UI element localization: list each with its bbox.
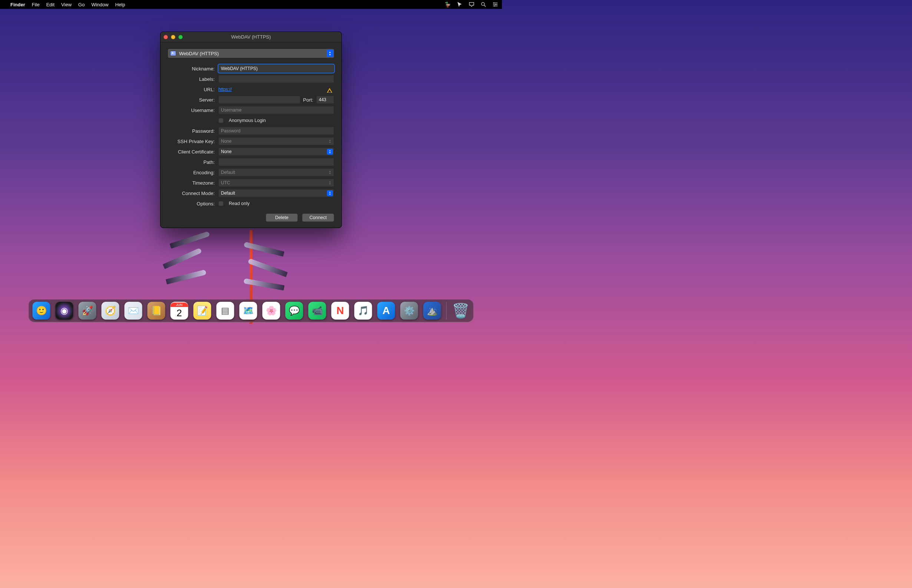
dock-settings-icon[interactable]: ⚙️ (400, 302, 418, 320)
menubar-item-go[interactable]: Go (78, 2, 84, 7)
menubar-app-name[interactable]: Finder (10, 2, 25, 7)
menubar-item-help[interactable]: Help (115, 2, 125, 7)
window-title: WebDAV (HTTPS) (161, 34, 341, 40)
dock-appstore-icon[interactable]: A (378, 302, 395, 320)
chevron-updown-icon: ▲▼ (327, 149, 333, 155)
menubar-item-view[interactable]: View (61, 2, 71, 7)
timezone-select: UTC ▲▼ (218, 179, 334, 187)
dock-finder-icon[interactable]: 🙂 (32, 302, 50, 320)
svg-point-7 (494, 6, 495, 6)
nickname-input[interactable] (218, 65, 334, 73)
dock-siri-icon[interactable]: ◉ (56, 302, 73, 320)
labels-label: Labels: (168, 76, 218, 82)
password-input[interactable] (218, 127, 334, 135)
dock-reminders-icon[interactable]: ▤ (216, 302, 234, 320)
menubar-item-window[interactable]: Window (91, 2, 108, 7)
readonly-checkbox[interactable] (218, 201, 224, 206)
connection-type-value: WebDAV (HTTPS) (179, 51, 219, 57)
url-link[interactable]: https:// (218, 87, 232, 92)
window-close-button[interactable] (163, 35, 168, 39)
dock: 🙂◉🚀🧭✉️📒JUN2📝▤🗺️🌸💬📹N🎵A⚙️⛰️🗑️ (29, 299, 474, 322)
path-label: Path: (168, 160, 218, 165)
chevron-updown-icon: ▲▼ (327, 138, 333, 144)
anonymous-checkbox-label: Anonymous Login (229, 118, 266, 123)
dock-facetime-icon[interactable]: 📹 (308, 302, 326, 320)
port-input[interactable] (316, 96, 334, 104)
webdav-icon (170, 51, 176, 56)
dock-messages-icon[interactable]: 💬 (286, 302, 303, 320)
warning-icon (327, 87, 333, 94)
svg-line-1 (484, 5, 486, 6)
url-label: URL: (168, 87, 218, 92)
connection-type-select[interactable]: WebDAV (HTTPS) ▲▼ (168, 49, 334, 58)
chevron-updown-icon: ▲▼ (327, 50, 333, 57)
server-input[interactable] (218, 96, 300, 104)
status-airplay-icon[interactable] (469, 2, 475, 7)
encoding-label: Encoding: (168, 170, 218, 175)
ssh-key-label: SSH Private Key: (168, 139, 218, 144)
control-center-icon[interactable] (492, 2, 498, 7)
nickname-label: Nickname: (168, 66, 218, 71)
server-label: Server: (168, 97, 218, 103)
readonly-checkbox-label: Read only (229, 201, 250, 206)
ssh-key-select: None ▲▼ (218, 137, 334, 145)
window-minimize-button[interactable] (171, 35, 175, 39)
dock-maps-icon[interactable]: 🗺️ (239, 302, 257, 320)
dock-launchpad-icon[interactable]: 🚀 (79, 302, 96, 320)
chevron-updown-icon: ▲▼ (327, 170, 333, 175)
username-label: Username: (168, 108, 218, 113)
path-input[interactable] (218, 158, 334, 166)
chevron-updown-icon: ▲▼ (327, 180, 333, 186)
svg-rect-9 (329, 92, 329, 92)
port-label: Port: (303, 97, 313, 103)
client-cert-select[interactable]: None ▲▼ (218, 147, 334, 156)
menubar-item-file[interactable]: File (32, 2, 40, 7)
status-duck-icon[interactable]: 🦆 (444, 2, 451, 7)
dock-contacts-icon[interactable]: 📒 (148, 302, 165, 320)
dock-news-icon[interactable]: N (331, 302, 349, 320)
connect-mode-label: Connect Mode: (168, 191, 218, 196)
svg-point-6 (495, 4, 496, 5)
dock-notes-icon[interactable]: 📝 (194, 302, 211, 320)
connection-window: WebDAV (HTTPS) WebDAV (HTTPS) ▲▼ Nicknam… (160, 32, 342, 228)
window-titlebar[interactable]: WebDAV (HTTPS) (161, 32, 341, 42)
status-pointer-icon[interactable] (457, 2, 463, 7)
labels-input[interactable] (218, 75, 334, 83)
dock-safari-icon[interactable]: 🧭 (102, 302, 119, 320)
client-cert-label: Client Certificate: (168, 149, 218, 155)
password-label: Password: (168, 128, 218, 134)
spotlight-search-icon[interactable] (481, 2, 486, 7)
timezone-label: Timezone: (168, 180, 218, 186)
dock-calendar-icon[interactable]: JUN2 (171, 302, 188, 320)
dock-mail-icon[interactable]: ✉️ (124, 302, 142, 320)
menubar-item-edit[interactable]: Edit (46, 2, 55, 7)
svg-point-0 (482, 3, 484, 6)
menubar: Finder File Edit View Go Window Help 🦆 (0, 0, 502, 9)
dock-music-icon[interactable]: 🎵 (354, 302, 372, 320)
username-input[interactable] (218, 106, 334, 114)
window-zoom-button[interactable] (178, 35, 183, 39)
encoding-select: Default ▲▼ (218, 168, 334, 176)
options-label: Options: (168, 201, 218, 207)
delete-button[interactable]: Delete (266, 213, 298, 222)
connect-button[interactable]: Connect (302, 213, 334, 222)
svg-rect-8 (329, 90, 329, 92)
chevron-updown-icon: ▲▼ (327, 190, 333, 196)
dock-separator (446, 302, 447, 320)
dock-trash-icon[interactable]: 🗑️ (452, 302, 470, 320)
dock-photos-icon[interactable]: 🌸 (263, 302, 280, 320)
connect-mode-select[interactable]: Default ▲▼ (218, 189, 334, 197)
svg-point-5 (494, 3, 494, 4)
anonymous-checkbox[interactable] (218, 118, 224, 123)
dock-cyberduck-icon[interactable]: ⛰️ (423, 302, 441, 320)
